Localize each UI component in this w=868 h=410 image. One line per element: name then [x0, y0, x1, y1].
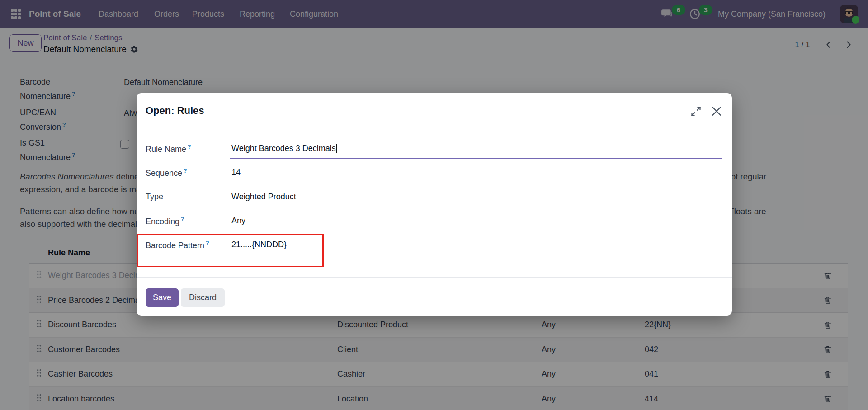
type-select[interactable]: Weighted Product — [231, 192, 296, 202]
help-icon[interactable]: ? — [206, 240, 209, 246]
close-icon[interactable] — [710, 104, 723, 118]
barcode-pattern-input[interactable]: 21.....{NNDDD} — [231, 240, 287, 250]
expand-icon[interactable] — [690, 105, 702, 118]
barcode-pattern-label: Barcode Pattern? — [146, 240, 209, 250]
dialog-footer: Save Discard — [137, 277, 732, 316]
field-row-type: Type Weighted Product — [146, 187, 723, 208]
text-cursor — [336, 144, 337, 153]
help-icon[interactable]: ? — [184, 168, 187, 174]
rule-name-label: Rule Name? — [146, 144, 191, 154]
input-focus-underline — [230, 158, 722, 159]
field-row-sequence: Sequence? 14 — [146, 162, 723, 184]
field-row-encoding: Encoding? Any — [146, 211, 723, 232]
dialog-header: Open: Rules — [137, 93, 732, 129]
save-button[interactable]: Save — [146, 288, 179, 307]
discard-button[interactable]: Discard — [181, 288, 225, 307]
field-row-barcode-pattern: Barcode Pattern? 21.....{NNDDD} — [146, 235, 723, 256]
help-icon[interactable]: ? — [188, 144, 191, 150]
rule-name-input[interactable]: Weight Barcodes 3 Decimals — [231, 144, 337, 153]
dialog-title: Open: Rules — [146, 105, 204, 117]
field-row-rule-name: Rule Name? Weight Barcodes 3 Decimals — [146, 138, 723, 160]
encoding-select[interactable]: Any — [231, 216, 245, 226]
help-icon[interactable]: ? — [181, 216, 184, 222]
sequence-label: Sequence? — [146, 168, 187, 178]
sequence-input[interactable]: 14 — [231, 168, 241, 177]
encoding-label: Encoding? — [146, 216, 184, 226]
type-label: Type — [146, 192, 163, 202]
open-rules-dialog: Open: Rules Rule Name? Weight Barcodes 3… — [137, 93, 732, 316]
